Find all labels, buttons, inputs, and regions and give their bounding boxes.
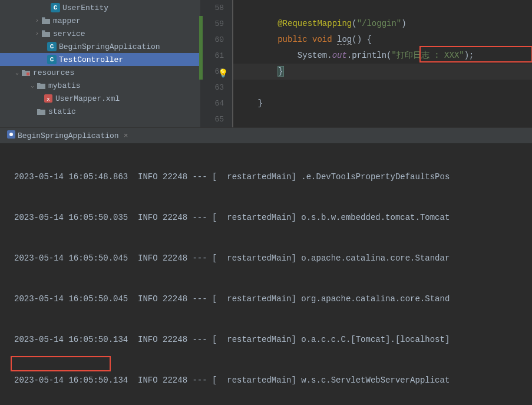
editor[interactable]: 58 59 60 61 62 63 64 65 @RequestMapping(…	[200, 0, 532, 127]
folder-icon	[37, 81, 46, 90]
chevron-down-icon[interactable]: ⌄	[28, 82, 37, 89]
gutter-60: 60	[200, 32, 224, 48]
println-call: println	[352, 51, 386, 60]
console-line: 2023-05-14 16:05:48.863 INFO 22248 --- […	[14, 170, 532, 184]
gutter-63: 63	[200, 80, 224, 96]
close-brace-outer: }	[258, 98, 263, 108]
close-icon[interactable]: ×	[124, 131, 128, 140]
tree-label: UserMapper.xml	[55, 94, 120, 103]
tree-item-mybatis[interactable]: ⌄ mybatis	[0, 79, 200, 92]
folder-icon	[41, 16, 51, 25]
print-arg: "打印日志 : XXX"	[392, 51, 464, 60]
highlight-box-console	[11, 356, 111, 371]
tree-label: mapper	[53, 17, 81, 25]
svg-point-4	[9, 133, 13, 136]
code-line-62[interactable]: 💡 }	[233, 64, 532, 80]
method-name: log	[337, 35, 352, 45]
tree-label: mybatis	[48, 81, 81, 90]
annotation: @RequestMapping	[277, 19, 352, 28]
console-output[interactable]: 2023-05-14 16:05:48.863 INFO 22248 --- […	[0, 143, 532, 405]
gutter-65: 65	[200, 111, 224, 127]
sys-class: System	[298, 51, 327, 60]
tree-label: resources	[33, 68, 74, 77]
gutter-58: 58	[200, 0, 224, 16]
gutter-59: 59	[200, 16, 224, 32]
folder-icon	[41, 29, 51, 38]
class-icon: C	[51, 3, 60, 12]
close-brace: }	[277, 66, 283, 77]
svg-rect-0	[27, 73, 29, 75]
console-line: 2023-05-14 16:05:50.134 INFO 22248 --- […	[14, 333, 532, 347]
folder-icon	[37, 107, 46, 116]
console-line: 2023-05-14 16:05:50.134 INFO 22248 --- […	[14, 374, 532, 387]
tree-item-mapper[interactable]: › mapper	[0, 14, 200, 27]
tree-item-usermapperxml[interactable]: x UserMapper.xml	[0, 92, 200, 105]
code-area[interactable]: @RequestMapping("/loggin") public void l…	[233, 0, 532, 127]
tree-label: BeginSpringApplication	[59, 42, 160, 51]
xml-icon: x	[44, 94, 53, 103]
code-line-59[interactable]: @RequestMapping("/loggin")	[233, 16, 532, 32]
kw-public: public	[277, 35, 307, 44]
run-tab-title: BeginSpringApplication	[18, 131, 119, 140]
class-icon: C	[47, 55, 57, 64]
run-tab-bar: BeginSpringApplication ×	[0, 128, 532, 143]
gutter-61: 61	[200, 48, 224, 64]
svg-text:x: x	[47, 97, 49, 103]
tree-item-resources[interactable]: ⌄ resources	[0, 66, 200, 79]
tree-label: TestController	[59, 55, 123, 64]
resources-icon	[21, 68, 31, 77]
project-tree[interactable]: C UserEntity › mapper › service C BeginS…	[0, 0, 200, 127]
open-brace: {	[367, 35, 372, 44]
tree-label: UserEntity	[62, 4, 108, 12]
chevron-right-icon[interactable]: ›	[33, 18, 41, 24]
line-gutter: 58 59 60 61 62 63 64 65	[200, 0, 233, 127]
tree-label: service	[53, 29, 85, 38]
annotation-arg: "/loggin"	[357, 19, 402, 28]
code-line-61[interactable]: System.out.println("打印日志 : XXX");	[233, 48, 532, 64]
run-tab[interactable]: BeginSpringApplication ×	[4, 128, 131, 143]
code-line-64[interactable]: }	[233, 96, 532, 111]
tree-item-beginspring[interactable]: C BeginSpringApplication	[0, 40, 200, 53]
run-panel: BeginSpringApplication × 2023-05-14 16:0…	[0, 127, 532, 405]
tree-item-static[interactable]: static	[0, 105, 200, 118]
code-line-65[interactable]	[233, 111, 532, 127]
tree-label: static	[48, 107, 76, 116]
run-config-icon	[7, 130, 15, 141]
tree-item-userentity[interactable]: C UserEntity	[0, 1, 200, 14]
code-line-63[interactable]	[233, 80, 532, 96]
top-split: C UserEntity › mapper › service C BeginS…	[0, 0, 532, 127]
console-line: 2023-05-14 16:05:50.045 INFO 22248 --- […	[14, 252, 532, 265]
sys-out: out	[332, 51, 347, 60]
code-line-58[interactable]	[233, 0, 532, 16]
console-line: 2023-05-14 16:05:50.045 INFO 22248 --- […	[14, 292, 532, 306]
gutter-64: 64	[200, 96, 224, 111]
tree-item-testcontroller[interactable]: C TestController	[0, 53, 200, 66]
kw-void: void	[312, 35, 332, 44]
intention-bulb-icon[interactable]: 💡	[218, 66, 228, 82]
code-line-60[interactable]: public void log() {	[233, 32, 532, 48]
class-icon: C	[47, 42, 57, 51]
console-line: 2023-05-14 16:05:50.035 INFO 22248 --- […	[14, 211, 532, 225]
chevron-down-icon[interactable]: ⌄	[13, 69, 21, 76]
chevron-right-icon[interactable]: ›	[33, 31, 41, 37]
tree-item-service[interactable]: › service	[0, 27, 200, 40]
